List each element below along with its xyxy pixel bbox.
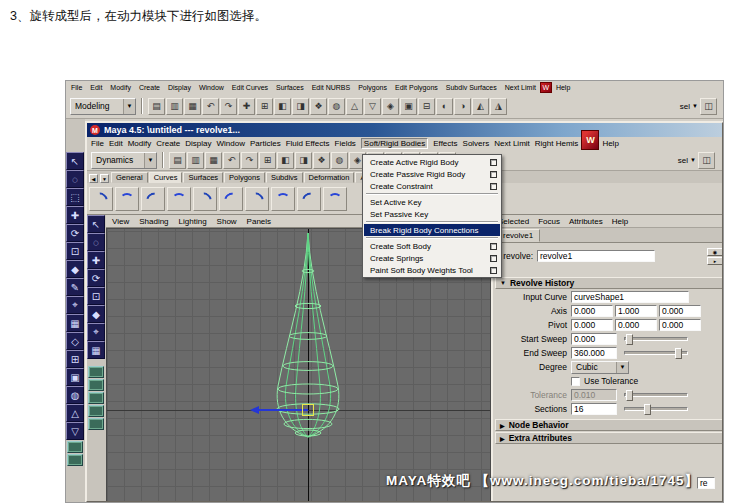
- menu-item-create-passive-rigid-body[interactable]: Create Passive Rigid Body: [364, 168, 500, 180]
- selection-mask-controls[interactable]: sel ▼ ◫: [678, 152, 718, 169]
- shelf-tab[interactable]: Surfaces: [183, 172, 223, 183]
- toolbar-icon[interactable]: ↶: [202, 98, 219, 115]
- toolbar-icon[interactable]: ◑: [454, 98, 471, 115]
- tool-icon[interactable]: ⊞: [66, 350, 84, 368]
- menu-help[interactable]: Help: [602, 139, 618, 148]
- toolbar-icon[interactable]: ⊟: [418, 98, 435, 115]
- right-hemisphere-icon[interactable]: W: [581, 130, 599, 150]
- pivot-z-field[interactable]: 0.000: [659, 319, 701, 331]
- toolbar-icon[interactable]: ❖: [310, 98, 327, 115]
- pivot-x-field[interactable]: 0.000: [571, 319, 613, 331]
- menu[interactable]: Shading: [139, 217, 168, 226]
- toolbar-icon[interactable]: ▣: [400, 98, 417, 115]
- menu[interactable]: Fluid Effects: [286, 139, 330, 148]
- menu[interactable]: Panels: [247, 217, 271, 226]
- menu-item-create-soft-body[interactable]: Create Soft Body: [364, 240, 500, 252]
- view-layout-icon[interactable]: [88, 379, 104, 391]
- axis-x-field[interactable]: 0.000: [571, 305, 613, 317]
- menu[interactable]: File: [91, 139, 104, 148]
- use-tolerance-checkbox[interactable]: [571, 377, 580, 386]
- menu-item-create-springs[interactable]: Create Springs: [364, 252, 500, 264]
- toolbar-icon[interactable]: ▽: [364, 98, 381, 115]
- menu[interactable]: Display: [168, 84, 191, 91]
- view-layout-icon[interactable]: [67, 454, 83, 466]
- view-layout-icon[interactable]: [88, 418, 104, 430]
- tool-icon[interactable]: ⟳: [87, 269, 105, 287]
- tool-icon[interactable]: ◆: [87, 305, 105, 323]
- toolbar-icon[interactable]: ▥: [166, 98, 183, 115]
- tool-icon[interactable]: ▦: [87, 341, 105, 359]
- shelf-curve-icon[interactable]: [193, 187, 217, 211]
- toolbar-icon[interactable]: ↷: [241, 152, 258, 169]
- shelf-curve-icon[interactable]: [271, 187, 295, 211]
- node-name-field[interactable]: revolve1: [537, 250, 655, 262]
- menu[interactable]: Window: [199, 84, 224, 91]
- menu-item-set-active-key[interactable]: Set Active Key: [364, 196, 500, 208]
- view-layout-icon[interactable]: [67, 441, 83, 453]
- menu[interactable]: Edit: [109, 139, 123, 148]
- toolbar-icon[interactable]: ▥: [187, 152, 204, 169]
- toolbar-icon[interactable]: ⊞: [256, 98, 273, 115]
- tool-icon[interactable]: ◇: [66, 332, 84, 350]
- shelf-curve-icon[interactable]: [115, 187, 139, 211]
- toolbar-icon[interactable]: ◐: [436, 98, 453, 115]
- tab-revolve1[interactable]: revolve1: [496, 229, 540, 242]
- expand-arrow-icon[interactable]: ▶: [500, 435, 505, 442]
- toolbar-icon[interactable]: ⊞: [259, 152, 276, 169]
- shelf-curve-icon[interactable]: [89, 187, 113, 211]
- section-revolve-history[interactable]: ▼ Revolve History: [495, 277, 724, 289]
- focus-button[interactable]: ◉: [707, 248, 723, 256]
- menu[interactable]: Effects: [433, 139, 457, 148]
- tool-icon[interactable]: ◆: [66, 260, 84, 278]
- toolbar-icon[interactable]: ✚: [238, 98, 255, 115]
- tool-icon[interactable]: △: [66, 404, 84, 422]
- end-sweep-slider[interactable]: [624, 351, 688, 355]
- toolbar-icon[interactable]: △: [346, 98, 363, 115]
- tool-icon[interactable]: ⌖: [87, 323, 105, 341]
- partial-field[interactable]: re: [697, 477, 715, 489]
- menu[interactable]: Modify: [110, 84, 131, 91]
- tool-icon[interactable]: ⬚: [66, 188, 84, 206]
- tool-icon[interactable]: ◌: [87, 233, 105, 251]
- menu[interactable]: Polygons: [358, 84, 387, 91]
- menu[interactable]: File: [71, 84, 82, 91]
- menu-item-create-constraint[interactable]: Create Constraint: [364, 180, 500, 192]
- option-box-icon[interactable]: [490, 183, 497, 190]
- option-box-icon[interactable]: [490, 243, 497, 250]
- shelf-curve-icon[interactable]: [219, 187, 243, 211]
- toolbar-icon[interactable]: ◫: [700, 98, 717, 115]
- menu[interactable]: Fields: [335, 139, 356, 148]
- toolbar-icon[interactable]: ◫: [698, 152, 715, 169]
- chevron-down-icon[interactable]: ▼: [616, 362, 628, 373]
- shelf-tab[interactable]: Deformation: [304, 172, 355, 183]
- shelf-prev-icon[interactable]: ◀: [89, 174, 98, 183]
- tool-icon[interactable]: ⊡: [66, 242, 84, 260]
- toolbar-icon[interactable]: ◨: [292, 98, 309, 115]
- shelf-menu-icon[interactable]: ▼: [100, 174, 109, 183]
- menu[interactable]: Modify: [128, 139, 152, 148]
- view-layout-icon[interactable]: [88, 405, 104, 417]
- tool-icon[interactable]: ↖: [66, 152, 84, 170]
- menu[interactable]: Next Limit: [505, 84, 536, 91]
- menu[interactable]: Window: [217, 139, 245, 148]
- shelf-tab[interactable]: General: [111, 172, 148, 183]
- menu[interactable]: Edit Polygons: [395, 84, 438, 91]
- input-curve-field[interactable]: curveShape1: [571, 291, 689, 303]
- menu-set-dropdown[interactable]: Dynamics ▼: [91, 152, 157, 169]
- shelf-curve-icon[interactable]: [141, 187, 165, 211]
- tool-icon[interactable]: ↖: [87, 215, 105, 233]
- tool-icon[interactable]: ⟳: [66, 224, 84, 242]
- toolbar-icon[interactable]: ◭: [472, 98, 489, 115]
- toolbar-icon[interactable]: ◈: [382, 98, 399, 115]
- toolbar-icon[interactable]: ◍: [331, 152, 348, 169]
- end-sweep-field[interactable]: 360.000: [571, 347, 617, 359]
- tool-icon[interactable]: ⌖: [66, 296, 84, 314]
- menu[interactable]: Surfaces: [276, 84, 304, 91]
- menu[interactable]: Solvers: [463, 139, 490, 148]
- tool-icon[interactable]: ✎: [66, 278, 84, 296]
- option-box-icon[interactable]: [490, 171, 497, 178]
- menu[interactable]: Lighting: [179, 217, 207, 226]
- presets-button[interactable]: ▸: [707, 257, 723, 265]
- chevron-down-icon[interactable]: ▼: [144, 153, 156, 168]
- start-sweep-slider[interactable]: [624, 337, 688, 341]
